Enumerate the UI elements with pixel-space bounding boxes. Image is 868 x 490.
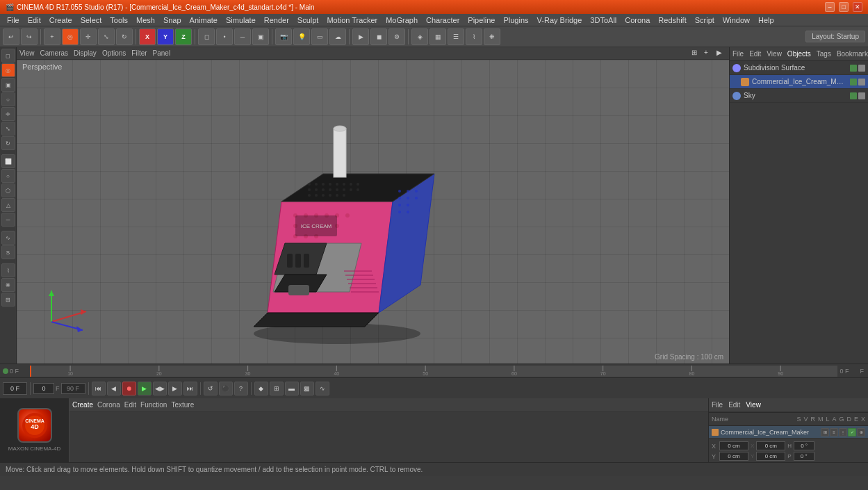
object-item-icecream[interactable]: Commercial_Ice_Cream_Maker <box>730 75 868 89</box>
object-item-sky[interactable]: Sky <box>730 89 868 103</box>
menu-item-mesh[interactable]: Mesh <box>132 15 159 25</box>
bt-tab-create[interactable]: Create <box>72 401 93 409</box>
menu-item-edit[interactable]: Edit <box>24 15 45 25</box>
obj-row[interactable]: Commercial_Ice_Cream_Maker ⊞ ≡ ⋮ ✓ ⊕ <box>709 426 868 439</box>
view-menu[interactable]: View <box>19 49 35 57</box>
x-axis-button[interactable]: X <box>139 28 156 45</box>
nurbs-button[interactable]: S <box>1 245 15 259</box>
obj-btn-3[interactable]: ⋮ <box>839 428 847 436</box>
coord-y-size[interactable] <box>756 452 785 461</box>
move-tool-button[interactable]: ✛ <box>1 107 15 121</box>
scale-tool-button[interactable]: ⤡ <box>1 122 15 136</box>
loop-button[interactable]: ↺ <box>204 382 218 395</box>
polygon-mode-button[interactable]: ▣ <box>252 28 269 45</box>
object-item-subdivision[interactable]: Subdivision Surface <box>730 61 868 75</box>
bt-tab-texture[interactable]: Texture <box>171 401 194 409</box>
layout-label[interactable]: Layout: Startup <box>805 31 865 42</box>
menu-item-3dtoall[interactable]: 3DToAll <box>586 15 621 25</box>
plane-button[interactable]: ─ <box>1 213 15 227</box>
play-button[interactable]: ▶ <box>138 382 152 395</box>
loop-select-button[interactable]: ○ <box>1 92 15 106</box>
live-selection-button[interactable]: ◎ <box>62 28 79 45</box>
viewport[interactable]: View Cameras Display Options Filter Pane… <box>17 47 729 364</box>
redo-button[interactable]: ↪ <box>21 28 38 45</box>
texture-button[interactable]: ▦ <box>429 28 446 45</box>
keyframe-button[interactable]: ◆ <box>254 382 268 395</box>
menu-item-create[interactable]: Create <box>45 15 76 25</box>
obj-btn-2[interactable]: ≡ <box>830 428 838 436</box>
record-mode-button[interactable]: ⚫ <box>219 382 233 395</box>
rotate-button[interactable]: ↻ <box>116 28 133 45</box>
close-button[interactable]: ✕ <box>853 2 862 12</box>
help-button[interactable]: ? <box>234 382 248 395</box>
viewport-render-icon[interactable]: ▶ <box>716 49 726 58</box>
viewport-zoom-icon[interactable]: + <box>704 49 714 58</box>
menu-item-script[interactable]: Script <box>691 15 719 25</box>
object-mode-button[interactable]: ◻ <box>198 28 215 45</box>
rp-tab-bookmarks[interactable]: Bookmarks <box>837 50 868 58</box>
particle-button[interactable]: ❋ <box>484 28 500 45</box>
bt-tab-function[interactable]: Function <box>140 401 167 409</box>
new-button[interactable]: + <box>44 28 60 45</box>
obj-btn-5[interactable]: ⊕ <box>857 428 865 436</box>
light-button[interactable]: 💡 <box>293 28 310 45</box>
menu-item-simulate[interactable]: Simulate <box>222 15 260 25</box>
coord-p-val[interactable] <box>794 452 814 461</box>
menu-item-snap[interactable]: Snap <box>159 15 186 25</box>
coord-x-pos[interactable] <box>719 441 748 450</box>
edge-mode-button[interactable]: ─ <box>234 28 251 45</box>
rp-tab-tags[interactable]: Tags <box>817 50 831 58</box>
dope-sheet-button[interactable]: ▩ <box>300 382 314 395</box>
effector-button[interactable]: ❋ <box>1 278 15 292</box>
frame-range-start-input[interactable] <box>33 383 54 394</box>
title-bar-right[interactable]: – □ ✕ <box>825 2 862 12</box>
brp-tab-edit[interactable]: Edit <box>728 401 740 409</box>
menu-item-mograph[interactable]: MoGraph <box>382 15 422 25</box>
viewport-layout-icon[interactable]: ⊞ <box>691 49 701 58</box>
minimize-button[interactable]: – <box>825 2 835 12</box>
coord-y-pos[interactable] <box>719 452 748 461</box>
render-button[interactable]: ◼ <box>370 28 387 45</box>
icecream-lock-btn[interactable] <box>858 79 865 85</box>
cameras-menu[interactable]: Cameras <box>40 49 69 57</box>
select-all-button[interactable]: ◻ <box>1 49 15 63</box>
bt-tab-corona[interactable]: Corona <box>97 401 120 409</box>
cube-button[interactable]: ⬜ <box>1 154 15 168</box>
play-reverse-button[interactable]: ◀▶ <box>153 382 167 395</box>
menu-item-tools[interactable]: Tools <box>106 15 132 25</box>
point-mode-button[interactable]: • <box>216 28 233 45</box>
brp-tab-file[interactable]: File <box>712 401 723 409</box>
next-frame-button[interactable]: ▶ <box>168 382 182 395</box>
timeline-mode-button[interactable]: ▬ <box>285 382 299 395</box>
menu-item-motion tracker[interactable]: Motion Tracker <box>322 15 382 25</box>
brp-tab-view[interactable]: View <box>746 401 761 409</box>
menu-item-file[interactable]: File <box>3 15 24 25</box>
menu-item-sculpt[interactable]: Sculpt <box>293 15 323 25</box>
viewport-canvas[interactable]: Perspective <box>17 60 729 364</box>
rp-tab-file[interactable]: File <box>732 50 744 58</box>
coord-h-val[interactable] <box>794 441 814 450</box>
move-button[interactable]: ✛ <box>80 28 97 45</box>
menu-item-animate[interactable]: Animate <box>186 15 222 25</box>
cloner-button[interactable]: ⊞ <box>1 293 15 307</box>
rp-tab-edit[interactable]: Edit <box>749 50 761 58</box>
icecream-visible-btn[interactable] <box>850 79 857 85</box>
scale-button[interactable]: ⤡ <box>98 28 115 45</box>
live-select-button[interactable]: ◎ <box>1 63 15 77</box>
display-menu[interactable]: Display <box>74 49 97 57</box>
edit-render-settings-button[interactable]: ⚙ <box>388 28 405 45</box>
coord-x-size[interactable] <box>756 441 785 450</box>
subdivision-lock-btn[interactable] <box>858 65 865 72</box>
menu-item-plugins[interactable]: Plugins <box>499 15 532 25</box>
sky-button[interactable]: ☁ <box>329 28 346 45</box>
bone-button[interactable]: ☰ <box>448 28 464 45</box>
menu-item-help[interactable]: Help <box>754 15 778 25</box>
menu-item-window[interactable]: Window <box>719 15 754 25</box>
sphere-button[interactable]: ○ <box>1 169 15 183</box>
menu-item-pipeline[interactable]: Pipeline <box>464 15 499 25</box>
z-axis-button[interactable]: Z <box>175 28 192 45</box>
frame-step-button[interactable]: ⊞ <box>270 382 284 395</box>
camera-button[interactable]: 📷 <box>275 28 292 45</box>
record-button[interactable]: ⏺ <box>122 382 136 395</box>
material-button[interactable]: ◈ <box>411 28 428 45</box>
